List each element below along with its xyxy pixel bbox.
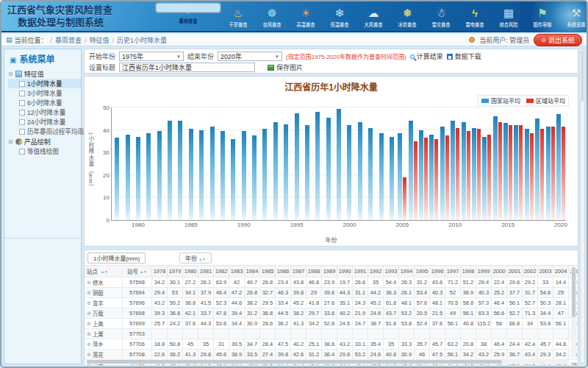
tree-item[interactable]: 历年暴雨过程平均雨量	[8, 127, 81, 136]
station-cell[interactable]: ⊕铜鼓	[85, 288, 123, 297]
column-header-year[interactable]: 1990	[337, 266, 353, 277]
chart-legend[interactable]: 国家站平均区域站平均	[478, 95, 569, 106]
bar-group-2019[interactable]	[545, 107, 555, 220]
toolbar-item-typhoon[interactable]: ☸台风普查	[256, 3, 288, 31]
breadcrumb-item[interactable]: 特征值	[90, 37, 110, 44]
bar-group-2006[interactable]	[408, 107, 418, 220]
bar-group-2008[interactable]	[429, 107, 439, 220]
toolbar-item-cold[interactable]: ❄低温普查	[323, 3, 356, 31]
data-download-button[interactable]: 数据下载	[447, 52, 481, 61]
column-header-year[interactable]: 1980	[183, 266, 198, 277]
bar-group-1981[interactable]	[143, 107, 154, 220]
toolbar-item-gear[interactable]: ⚒系统设置	[560, 3, 588, 31]
tree-group-特征值[interactable]: ⊞特征值	[8, 68, 81, 79]
tree-item[interactable]: 等值线绘图	[8, 146, 81, 156]
column-header-station[interactable]: 站点▲▼	[85, 266, 123, 277]
bar-group-1989[interactable]	[228, 107, 238, 220]
column-header-year[interactable]: 1986	[276, 266, 291, 277]
tree-item[interactable]: 12小时降水量	[8, 107, 81, 117]
bar-group-2009[interactable]	[440, 107, 450, 220]
breadcrumb-item[interactable]: 历史1小时降水量	[117, 37, 167, 44]
bar-group-1991[interactable]	[249, 107, 259, 220]
bar-group-2007[interactable]	[418, 107, 429, 220]
save-image-button[interactable]: 保存图片	[268, 63, 303, 72]
bar-group-2013[interactable]	[481, 107, 492, 220]
legend-item[interactable]: 区域站平均	[526, 96, 565, 105]
bar-group-1998[interactable]	[323, 107, 334, 220]
column-header-year[interactable]: 1984	[245, 266, 260, 277]
station-cell[interactable]: ⊕修水	[85, 277, 123, 287]
column-header-year[interactable]: 1999	[476, 266, 492, 277]
bar-group-1990[interactable]: 1990	[239, 107, 249, 220]
column-header-year[interactable]: 1987	[291, 266, 306, 277]
bar-group-2017[interactable]	[524, 107, 534, 220]
station-cell[interactable]: ⊕宜丰	[85, 298, 123, 308]
bar-group-1994[interactable]	[281, 107, 291, 220]
bar-group-2014[interactable]	[492, 107, 503, 220]
bar-group-1979[interactable]	[122, 107, 132, 220]
column-header-year[interactable]: 1995	[415, 266, 430, 277]
expand-icon[interactable]: ⊕	[87, 342, 91, 347]
calc-result-button[interactable]: 计算结果	[410, 52, 443, 61]
column-header-year[interactable]: 1992	[368, 266, 384, 277]
bar-group-1995[interactable]: 1995	[291, 107, 301, 220]
column-header-year[interactable]: 1989	[322, 266, 337, 277]
bar-group-1996[interactable]	[302, 107, 312, 220]
bar-group-2004[interactable]	[387, 107, 397, 220]
station-cell[interactable]: ⊕上高	[85, 319, 123, 328]
column-header-year[interactable]: 2004	[553, 266, 569, 277]
bar-group-2020[interactable]: 2020	[556, 107, 566, 220]
column-header-year[interactable]: 2000	[492, 266, 507, 277]
bar-group-2003[interactable]	[376, 107, 386, 220]
bar-group-1992[interactable]	[259, 107, 270, 220]
bar-group-1983[interactable]	[165, 107, 175, 220]
expand-icon[interactable]: ⊕	[87, 331, 91, 337]
station-cell[interactable]: ⊕莲花	[85, 350, 123, 359]
expand-icon[interactable]: ⊕	[87, 290, 91, 296]
chart-title-input[interactable]	[119, 63, 255, 72]
column-header-year[interactable]: 1991	[353, 266, 368, 277]
expand-icon[interactable]: ⊕	[87, 352, 91, 358]
column-header-year[interactable]: 1981	[198, 266, 214, 277]
column-header-year[interactable]: 2002	[523, 266, 538, 277]
column-header-year[interactable]: 1983	[229, 266, 245, 277]
bar-group-2010[interactable]: 2010	[450, 107, 460, 220]
toolbar-item-hail[interactable]: ❅冰雹普查	[391, 3, 423, 31]
bar-group-2012[interactable]	[471, 107, 481, 220]
bar-group-2011[interactable]	[460, 107, 470, 220]
table-vertical-scrollbar[interactable]	[571, 266, 576, 358]
toolbar-item-snow[interactable]: ☃雪灾普查	[425, 3, 457, 31]
breadcrumb-item[interactable]: 暴雨普查	[55, 37, 82, 44]
tree-item[interactable]: 6小时降水量	[8, 98, 81, 107]
toolbar-item-drought[interactable]: ♨干旱普查	[222, 3, 254, 31]
toolbar-item-rain[interactable]: ☂暴雨普查	[156, 3, 220, 13]
table-horizontal-scrollbar[interactable]	[86, 359, 569, 364]
expand-icon[interactable]: ⊕	[87, 300, 91, 306]
column-header-year[interactable]: 2001	[507, 266, 523, 277]
tree-toggle-icon[interactable]: ⊞	[8, 138, 13, 145]
column-header-year[interactable]: 1997	[445, 266, 461, 277]
bar-group-2005[interactable]: 2005	[397, 107, 407, 220]
bar-group-1980[interactable]: 1980	[133, 107, 143, 220]
bar-group-1988[interactable]	[218, 107, 228, 220]
bar-group-1984[interactable]	[175, 107, 185, 220]
column-header-year[interactable]: 2003	[538, 266, 553, 277]
bar-group-1999[interactable]	[334, 107, 344, 220]
expand-icon[interactable]: ⊕	[87, 280, 91, 286]
year-sort-button[interactable]: 年份▲▼	[179, 252, 212, 263]
bar-group-1986[interactable]	[196, 107, 207, 220]
main-vertical-scrollbar[interactable]	[580, 49, 585, 364]
bar-group-1987[interactable]	[207, 107, 217, 220]
column-header-year[interactable]: 1978	[152, 266, 168, 277]
bar-group-2016[interactable]	[513, 107, 523, 220]
bar-group-2015[interactable]: 2015	[503, 107, 513, 220]
expand-icon[interactable]: ⊕	[87, 311, 91, 316]
bar-group-2001[interactable]	[355, 107, 365, 220]
column-header-station-id[interactable]: 站号▲▼	[123, 266, 152, 277]
column-header-year[interactable]: 1998	[461, 266, 476, 277]
logout-button[interactable]: ⊙ 退出系统	[534, 34, 582, 46]
column-header-year[interactable]: 1993	[384, 266, 399, 277]
bar-group-2000[interactable]: 2000	[344, 107, 354, 220]
bar-group-2018[interactable]	[534, 107, 545, 220]
bar-group-1985[interactable]: 1985	[186, 107, 196, 220]
